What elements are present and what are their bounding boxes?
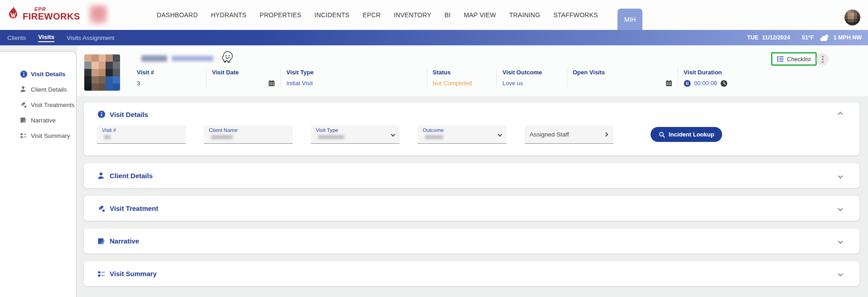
- calendar-icon[interactable]: [268, 80, 275, 87]
- mih-visit-page: EPR FIREWORKS DASHBOARD HYDRANTS PROPERT…: [0, 0, 868, 297]
- client-name-field[interactable]: Client Name: [204, 125, 293, 144]
- page-body: Visit Details Client Details Visit Treat…: [0, 45, 868, 297]
- brand-epr: EPR: [34, 7, 80, 12]
- visit-duration-column: Visit Duration 00:00:09: [678, 68, 800, 88]
- nav-mih-active-tab[interactable]: MIH: [617, 9, 643, 30]
- card-visit-summary[interactable]: Visit Summary: [84, 261, 859, 286]
- summary-icon: [20, 132, 28, 140]
- collapse-chevron-icon[interactable]: [838, 112, 843, 117]
- main-content: Visit # 3 Visit Date Visit Type: [77, 45, 868, 297]
- chevron-down-icon: [391, 132, 395, 137]
- visit-type-select[interactable]: Visit Type: [311, 125, 400, 144]
- status-badge: Not Completed: [433, 79, 491, 87]
- sidebar-item-narrative[interactable]: Narrative: [0, 112, 76, 128]
- status-column: Status Not Completed: [427, 68, 497, 88]
- clock-icon[interactable]: [720, 80, 728, 87]
- chevron-down-icon: [498, 132, 502, 137]
- tab-visits[interactable]: Visits: [38, 34, 54, 42]
- field-value-redacted: [104, 135, 111, 139]
- narrative-icon: [97, 237, 106, 245]
- expand-chevron-icon[interactable]: [838, 206, 843, 211]
- visit-header: Visit # 3 Visit Date Visit Type: [77, 45, 868, 96]
- visit-type-label: Visit Type: [286, 69, 421, 76]
- narrative-icon: [20, 117, 28, 124]
- card-visit-treatment[interactable]: Visit Treatment: [84, 196, 859, 221]
- field-value-redacted: [318, 135, 344, 139]
- info-icon: [97, 110, 106, 118]
- client-name-redacted: [141, 55, 167, 62]
- sidebar-item-label: Visit Details: [31, 71, 65, 78]
- nav-mih-label: MIH: [624, 16, 636, 23]
- visit-type-column: Visit Type Initial Visit: [281, 68, 427, 88]
- section-cards: Visit Details Visit # Client Name: [77, 96, 868, 297]
- search-icon: [659, 131, 665, 138]
- sidebar-item-visit-treatments[interactable]: Visit Treatments: [0, 97, 76, 112]
- agency-logo-redacted: [89, 5, 108, 25]
- field-value-redacted: [211, 135, 233, 139]
- nav-staffworks[interactable]: STAFFWORKS: [554, 11, 598, 19]
- sidebar-item-label: Client Details: [31, 86, 67, 93]
- card-title: Visit Treatment: [110, 204, 158, 212]
- open-visits-label: Open Visits: [573, 69, 672, 76]
- visit-outcome-value: Love us: [502, 79, 561, 87]
- wind-label: 1 MPH NW: [834, 34, 862, 41]
- visit-duration-label: Visit Duration: [684, 69, 794, 76]
- card-client-details[interactable]: Client Details: [84, 163, 859, 188]
- sub-nav-bar: Clients Visits Visits Assignment TUE 11/…: [0, 30, 868, 45]
- tab-clients[interactable]: Clients: [7, 34, 26, 41]
- card-visit-details-header[interactable]: Visit Details: [84, 102, 859, 118]
- visit-outcome-label: Visit Outcome: [502, 69, 561, 76]
- date-label: 11/12/2024: [762, 34, 790, 41]
- field-label: Assigned Staff: [530, 131, 569, 138]
- visit-number-column: Visit # 3: [131, 68, 207, 88]
- epr-fireworks-logo[interactable]: EPR FIREWORKS: [6, 5, 80, 22]
- visit-number-field[interactable]: Visit #: [97, 125, 186, 144]
- calendar-icon[interactable]: [665, 80, 672, 87]
- visit-date-label: Visit Date: [212, 69, 275, 76]
- outcome-select[interactable]: Outcome: [418, 125, 506, 144]
- tab-visits-assignment[interactable]: Visits Assignment: [67, 34, 115, 41]
- top-navigation: DASHBOARD HYDRANTS PROPERTIES INCIDENTS …: [157, 0, 642, 30]
- nav-training[interactable]: TRAINING: [509, 11, 540, 19]
- pause-icon[interactable]: [684, 80, 691, 87]
- expand-chevron-icon[interactable]: [838, 173, 843, 178]
- summary-icon: [97, 270, 106, 278]
- incident-lookup-label: Incident Lookup: [669, 131, 714, 138]
- client-address-redacted: [172, 56, 213, 61]
- sidebar-item-label: Visit Summary: [31, 132, 70, 139]
- sidebar-item-label: Visit Treatments: [31, 102, 75, 108]
- field-label: Outcome: [423, 127, 502, 133]
- expand-chevron-icon[interactable]: [838, 239, 843, 243]
- more-options-button[interactable]: [816, 53, 829, 65]
- nav-inventory[interactable]: INVENTORY: [394, 11, 431, 19]
- sidebar-item-visit-summary[interactable]: Visit Summary: [0, 128, 76, 143]
- status-label: Status: [433, 69, 491, 76]
- nav-epcr[interactable]: EPCR: [362, 11, 381, 19]
- card-title: Visit Summary: [110, 270, 157, 278]
- sidebar-item-visit-details[interactable]: Visit Details: [0, 66, 76, 82]
- nav-incidents[interactable]: INCIDENTS: [314, 11, 349, 19]
- top-bar: EPR FIREWORKS DASHBOARD HYDRANTS PROPERT…: [0, 0, 868, 30]
- field-value-redacted: [425, 135, 443, 139]
- visit-number-label: Visit #: [137, 69, 201, 76]
- visit-outcome-column: Visit Outcome Love us: [497, 68, 567, 88]
- incident-lookup-button[interactable]: Incident Lookup: [651, 127, 722, 142]
- expand-chevron-icon[interactable]: [838, 271, 843, 276]
- nav-dashboard[interactable]: DASHBOARD: [157, 11, 198, 19]
- assigned-staff-field[interactable]: Assigned Staff: [525, 125, 613, 144]
- visit-details-form: Visit # Client Name Visit Type: [84, 118, 859, 144]
- nav-hydrants[interactable]: HYDRANTS: [211, 11, 246, 19]
- nav-bi[interactable]: BI: [444, 11, 451, 19]
- sidebar-item-client-details[interactable]: Client Details: [0, 82, 76, 97]
- waze-icon[interactable]: [221, 51, 234, 64]
- nav-map-view[interactable]: MAP VIEW: [464, 11, 496, 19]
- client-icon: [97, 172, 106, 180]
- weekday-label: TUE: [747, 34, 758, 41]
- pills-icon: [20, 101, 28, 109]
- checklist-button[interactable]: Checklist: [771, 52, 817, 66]
- card-narrative[interactable]: Narrative: [84, 229, 859, 253]
- card-visit-details: Visit Details Visit # Client Name: [84, 102, 859, 156]
- nav-properties[interactable]: PROPERTIES: [260, 11, 301, 19]
- user-avatar[interactable]: [844, 10, 860, 25]
- client-photo-redacted: [84, 54, 120, 91]
